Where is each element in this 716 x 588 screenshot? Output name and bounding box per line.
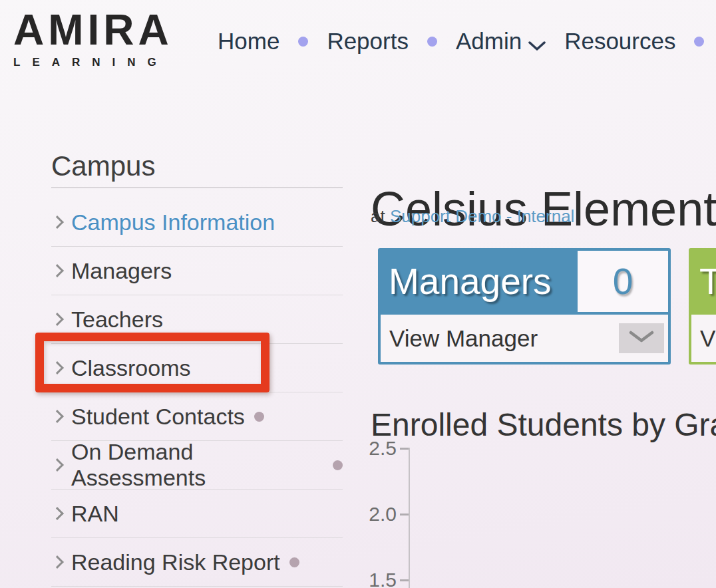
nav-separator-dot: [427, 37, 437, 47]
dropdown-button[interactable]: [619, 323, 664, 353]
status-dot-icon: [254, 412, 264, 422]
sidebar-menu: Campus Information Managers Teachers Cla…: [51, 198, 343, 587]
subtitle-prefix: at: [371, 206, 385, 226]
teachers-card-header: Teachers: [691, 251, 716, 315]
chevron-right-icon: [51, 555, 64, 569]
view-manager-select[interactable]: View Manager: [381, 315, 668, 362]
managers-card-header: Managers 0: [381, 251, 668, 315]
nav-item-home[interactable]: Home: [218, 28, 279, 55]
chevron-right-icon: [51, 216, 64, 229]
nav-item-admin[interactable]: Admin: [456, 26, 546, 57]
summary-cards: Managers 0 View Manager Teachers View Te…: [378, 248, 716, 365]
page-subtitle: at Support Demo - Internal: [371, 205, 574, 227]
amira-logo[interactable]: AMIRA LEARNING: [13, 9, 173, 69]
y-axis-tick-mark: [400, 514, 409, 515]
status-dot-icon: [289, 557, 299, 567]
managers-count-badge: 0: [578, 251, 668, 312]
chevron-right-icon: [51, 507, 64, 520]
teachers-card: Teachers View Teacher: [689, 248, 716, 365]
y-axis-line: [409, 448, 410, 588]
sidebar-item-on-demand-assessments[interactable]: On Demand Assessments: [51, 441, 343, 490]
y-axis-tick-label: 2.0: [359, 503, 397, 525]
logo-subtitle: LEARNING: [13, 56, 173, 69]
sidebar-heading: Campus: [51, 152, 343, 181]
nav-item-admin-label: Admin: [456, 28, 522, 55]
chevron-right-icon: [51, 458, 64, 472]
card-action-label: View Teacher: [700, 325, 716, 352]
chevron-down-icon: [629, 331, 654, 346]
y-axis-tick-label: 2.5: [359, 437, 397, 460]
view-teacher-select[interactable]: View Teacher: [691, 315, 716, 362]
sidebar-item-label: On Demand Assessments: [71, 439, 323, 491]
nav-item-resources[interactable]: Resources: [564, 28, 675, 55]
card-title: Teachers: [691, 251, 716, 312]
sidebar-item-label: Campus Information: [71, 210, 275, 235]
divider: [51, 187, 343, 188]
status-dot-icon: [333, 460, 343, 470]
sidebar-item-student-contacts[interactable]: Student Contacts: [51, 392, 343, 441]
district-link[interactable]: Support Demo - Internal: [390, 206, 574, 226]
enrolled-students-chart: 2.5 2.0 1.5: [359, 432, 716, 588]
logo-wordmark: AMIRA: [13, 9, 173, 51]
nav-item-reports-label: Reports: [327, 28, 409, 55]
nav-item-reports[interactable]: Reports: [327, 28, 409, 55]
sidebar-item-managers[interactable]: Managers: [51, 247, 343, 295]
sidebar-item-label: Managers: [71, 258, 172, 284]
sidebar-item-reading-risk-report[interactable]: Reading Risk Report: [51, 538, 343, 587]
nav-item-home-label: Home: [218, 28, 279, 55]
y-axis-tick-mark: [400, 579, 409, 581]
y-axis-tick-mark: [400, 448, 409, 450]
nav-item-resources-label: Resources: [564, 28, 675, 55]
sidebar-item-ran[interactable]: RAN: [51, 490, 343, 538]
sidebar-item-campus-information[interactable]: Campus Information: [51, 198, 343, 247]
sidebar-item-label: Reading Risk Report: [71, 549, 280, 575]
red-highlight-annotation: [35, 333, 269, 392]
sidebar-item-label: Student Contacts: [71, 404, 245, 430]
chevron-right-icon: [51, 313, 64, 326]
y-axis-tick-label: 1.5: [359, 569, 397, 588]
sidebar-item-label: Teachers: [71, 307, 163, 333]
top-navigation: Home Reports Admin Resources: [218, 27, 716, 56]
card-action-label: View Manager: [389, 325, 538, 352]
chevron-right-icon: [51, 264, 64, 277]
sidebar-item-label: RAN: [71, 501, 119, 527]
managers-card: Managers 0 View Manager: [378, 248, 671, 365]
nav-separator-dot: [298, 37, 308, 47]
nav-separator-dot: [694, 37, 704, 47]
chevron-right-icon: [51, 410, 64, 423]
chevron-down-icon: [528, 30, 546, 57]
